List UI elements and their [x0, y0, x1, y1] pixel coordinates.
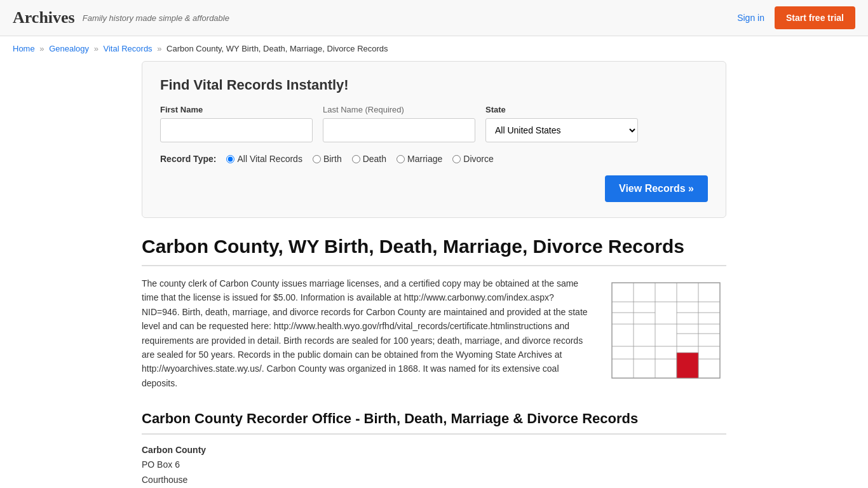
header-right: Sign in Start free trial — [737, 6, 855, 29]
header-left: Archives Family history made simple & af… — [13, 8, 229, 27]
breadcrumb-sep-2: » — [94, 44, 98, 53]
header: Archives Family history made simple & af… — [0, 0, 868, 36]
office-name: Carbon County — [142, 445, 726, 455]
radio-marriage-input[interactable] — [397, 155, 405, 163]
state-label: State — [485, 105, 638, 114]
radio-divorce-input[interactable] — [452, 155, 461, 163]
logo: Archives — [13, 8, 75, 27]
record-type-label: Record Type: — [160, 154, 216, 164]
search-box: Find Vital Records Instantly! First Name… — [142, 61, 726, 218]
svg-rect-12 — [677, 353, 698, 378]
radio-birth-label[interactable]: Birth — [323, 154, 342, 164]
breadcrumb-current: Carbon County, WY Birth, Death, Marriage… — [166, 44, 388, 53]
map-container — [606, 276, 726, 390]
recorder-section-heading: Carbon County Recorder Office - Birth, D… — [142, 410, 726, 435]
breadcrumb-vital-records[interactable]: Vital Records — [104, 44, 153, 53]
radio-divorce[interactable]: Divorce — [452, 154, 493, 164]
first-name-input[interactable] — [160, 118, 313, 142]
radio-birth[interactable]: Birth — [313, 154, 342, 164]
breadcrumb: Home » Genealogy » Vital Records » Carbo… — [0, 36, 868, 61]
last-name-input[interactable] — [323, 118, 475, 142]
office-address-2: Courthouse — [142, 473, 726, 488]
breadcrumb-sep-3: » — [157, 44, 161, 53]
state-select[interactable]: All United States — [485, 118, 638, 142]
last-name-label: Last Name (Required) — [323, 105, 475, 114]
wyoming-map — [606, 276, 726, 384]
search-title: Find Vital Records Instantly! — [160, 77, 708, 93]
radio-all-vital[interactable]: All Vital Records — [226, 154, 302, 164]
view-records-button[interactable]: View Records » — [605, 175, 708, 202]
breadcrumb-sep-1: » — [39, 44, 44, 53]
radio-birth-input[interactable] — [313, 155, 321, 163]
radio-marriage[interactable]: Marriage — [397, 154, 442, 164]
description-text: The county clerk of Carbon County issues… — [142, 276, 590, 390]
radio-divorce-label[interactable]: Divorce — [463, 154, 493, 164]
search-actions: View Records » — [160, 175, 708, 202]
radio-all-vital-label[interactable]: All Vital Records — [237, 154, 302, 164]
radio-death-label[interactable]: Death — [363, 154, 386, 164]
radio-all-vital-input[interactable] — [226, 155, 234, 163]
radio-death[interactable]: Death — [352, 154, 386, 164]
first-name-label: First Name — [160, 105, 313, 114]
office-address-1: PO Box 6 — [142, 458, 726, 473]
radio-death-input[interactable] — [352, 155, 360, 163]
first-name-field-group: First Name — [160, 105, 313, 142]
breadcrumb-home[interactable]: Home — [13, 44, 35, 53]
svg-rect-0 — [612, 283, 720, 378]
start-trial-button[interactable]: Start free trial — [775, 6, 855, 29]
description-section: The county clerk of Carbon County issues… — [142, 276, 726, 390]
search-fields: First Name Last Name (Required) State Al… — [160, 105, 708, 142]
logo-tagline: Family history made simple & affordable — [83, 13, 229, 23]
sign-in-link[interactable]: Sign in — [737, 13, 764, 23]
last-name-field-group: Last Name (Required) — [323, 105, 475, 142]
page-heading: Carbon County, WY Birth, Death, Marriage… — [142, 236, 726, 266]
record-type-row: Record Type: All Vital Records Birth Dea… — [160, 154, 708, 164]
state-field-group: State All United States — [485, 105, 638, 142]
breadcrumb-genealogy[interactable]: Genealogy — [49, 44, 89, 53]
required-text: (Required) — [365, 105, 404, 114]
office-address: PO Box 6 Courthouse Rawlins, WY 82301 — [142, 458, 726, 488]
main-content: Find Vital Records Instantly! First Name… — [129, 61, 739, 488]
radio-marriage-label[interactable]: Marriage — [407, 154, 442, 164]
